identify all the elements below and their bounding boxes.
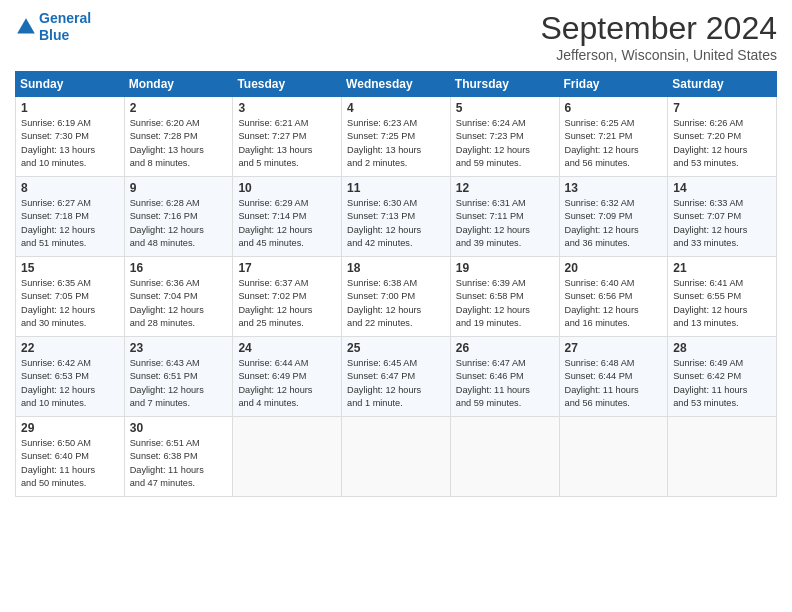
day-info: Sunrise: 6:35 AMSunset: 7:05 PMDaylight:… [21,277,119,330]
day-info: Sunrise: 6:30 AMSunset: 7:13 PMDaylight:… [347,197,445,250]
day-number: 19 [456,261,554,275]
week-row-5: 29Sunrise: 6:50 AMSunset: 6:40 PMDayligh… [16,417,777,497]
calendar-cell: 19Sunrise: 6:39 AMSunset: 6:58 PMDayligh… [450,257,559,337]
calendar-cell: 14Sunrise: 6:33 AMSunset: 7:07 PMDayligh… [668,177,777,257]
day-number: 28 [673,341,771,355]
logo-text: General Blue [39,10,91,44]
day-number: 9 [130,181,228,195]
calendar-cell: 18Sunrise: 6:38 AMSunset: 7:00 PMDayligh… [342,257,451,337]
day-number: 15 [21,261,119,275]
calendar-cell: 30Sunrise: 6:51 AMSunset: 6:38 PMDayligh… [124,417,233,497]
day-number: 12 [456,181,554,195]
calendar-cell: 2Sunrise: 6:20 AMSunset: 7:28 PMDaylight… [124,97,233,177]
day-number: 13 [565,181,663,195]
day-info: Sunrise: 6:42 AMSunset: 6:53 PMDaylight:… [21,357,119,410]
day-info: Sunrise: 6:43 AMSunset: 6:51 PMDaylight:… [130,357,228,410]
day-number: 1 [21,101,119,115]
day-info: Sunrise: 6:48 AMSunset: 6:44 PMDaylight:… [565,357,663,410]
calendar-cell: 8Sunrise: 6:27 AMSunset: 7:18 PMDaylight… [16,177,125,257]
weekday-header-row: SundayMondayTuesdayWednesdayThursdayFrid… [16,72,777,97]
calendar-cell: 5Sunrise: 6:24 AMSunset: 7:23 PMDaylight… [450,97,559,177]
day-info: Sunrise: 6:29 AMSunset: 7:14 PMDaylight:… [238,197,336,250]
calendar-cell: 16Sunrise: 6:36 AMSunset: 7:04 PMDayligh… [124,257,233,337]
week-row-1: 1Sunrise: 6:19 AMSunset: 7:30 PMDaylight… [16,97,777,177]
day-number: 2 [130,101,228,115]
calendar-cell: 15Sunrise: 6:35 AMSunset: 7:05 PMDayligh… [16,257,125,337]
day-number: 5 [456,101,554,115]
day-number: 16 [130,261,228,275]
calendar-cell: 13Sunrise: 6:32 AMSunset: 7:09 PMDayligh… [559,177,668,257]
day-info: Sunrise: 6:25 AMSunset: 7:21 PMDaylight:… [565,117,663,170]
day-number: 21 [673,261,771,275]
day-number: 14 [673,181,771,195]
day-info: Sunrise: 6:49 AMSunset: 6:42 PMDaylight:… [673,357,771,410]
weekday-header-saturday: Saturday [668,72,777,97]
location: Jefferson, Wisconsin, United States [540,47,777,63]
day-number: 18 [347,261,445,275]
svg-marker-0 [17,18,35,33]
day-number: 6 [565,101,663,115]
day-info: Sunrise: 6:44 AMSunset: 6:49 PMDaylight:… [238,357,336,410]
day-number: 11 [347,181,445,195]
day-info: Sunrise: 6:38 AMSunset: 7:00 PMDaylight:… [347,277,445,330]
calendar-cell [668,417,777,497]
day-info: Sunrise: 6:27 AMSunset: 7:18 PMDaylight:… [21,197,119,250]
calendar-cell: 26Sunrise: 6:47 AMSunset: 6:46 PMDayligh… [450,337,559,417]
weekday-header-friday: Friday [559,72,668,97]
day-info: Sunrise: 6:47 AMSunset: 6:46 PMDaylight:… [456,357,554,410]
weekday-header-tuesday: Tuesday [233,72,342,97]
weekday-header-sunday: Sunday [16,72,125,97]
week-row-4: 22Sunrise: 6:42 AMSunset: 6:53 PMDayligh… [16,337,777,417]
calendar-cell: 6Sunrise: 6:25 AMSunset: 7:21 PMDaylight… [559,97,668,177]
calendar-cell: 20Sunrise: 6:40 AMSunset: 6:56 PMDayligh… [559,257,668,337]
day-number: 8 [21,181,119,195]
day-info: Sunrise: 6:23 AMSunset: 7:25 PMDaylight:… [347,117,445,170]
day-number: 24 [238,341,336,355]
calendar-cell: 21Sunrise: 6:41 AMSunset: 6:55 PMDayligh… [668,257,777,337]
calendar-cell: 10Sunrise: 6:29 AMSunset: 7:14 PMDayligh… [233,177,342,257]
day-number: 17 [238,261,336,275]
calendar-cell: 7Sunrise: 6:26 AMSunset: 7:20 PMDaylight… [668,97,777,177]
month-title: September 2024 [540,10,777,47]
logo: General Blue [15,10,91,44]
day-number: 23 [130,341,228,355]
day-number: 7 [673,101,771,115]
day-info: Sunrise: 6:31 AMSunset: 7:11 PMDaylight:… [456,197,554,250]
calendar-cell [342,417,451,497]
day-info: Sunrise: 6:28 AMSunset: 7:16 PMDaylight:… [130,197,228,250]
day-info: Sunrise: 6:36 AMSunset: 7:04 PMDaylight:… [130,277,228,330]
day-info: Sunrise: 6:21 AMSunset: 7:27 PMDaylight:… [238,117,336,170]
weekday-header-wednesday: Wednesday [342,72,451,97]
day-info: Sunrise: 6:20 AMSunset: 7:28 PMDaylight:… [130,117,228,170]
calendar: SundayMondayTuesdayWednesdayThursdayFrid… [15,71,777,497]
day-info: Sunrise: 6:19 AMSunset: 7:30 PMDaylight:… [21,117,119,170]
calendar-cell [559,417,668,497]
day-info: Sunrise: 6:26 AMSunset: 7:20 PMDaylight:… [673,117,771,170]
week-row-2: 8Sunrise: 6:27 AMSunset: 7:18 PMDaylight… [16,177,777,257]
calendar-cell: 12Sunrise: 6:31 AMSunset: 7:11 PMDayligh… [450,177,559,257]
calendar-cell: 25Sunrise: 6:45 AMSunset: 6:47 PMDayligh… [342,337,451,417]
calendar-cell: 3Sunrise: 6:21 AMSunset: 7:27 PMDaylight… [233,97,342,177]
day-info: Sunrise: 6:33 AMSunset: 7:07 PMDaylight:… [673,197,771,250]
day-info: Sunrise: 6:50 AMSunset: 6:40 PMDaylight:… [21,437,119,490]
day-number: 3 [238,101,336,115]
calendar-cell: 23Sunrise: 6:43 AMSunset: 6:51 PMDayligh… [124,337,233,417]
day-number: 26 [456,341,554,355]
calendar-cell: 28Sunrise: 6:49 AMSunset: 6:42 PMDayligh… [668,337,777,417]
calendar-cell: 24Sunrise: 6:44 AMSunset: 6:49 PMDayligh… [233,337,342,417]
day-number: 27 [565,341,663,355]
calendar-cell: 11Sunrise: 6:30 AMSunset: 7:13 PMDayligh… [342,177,451,257]
day-number: 30 [130,421,228,435]
day-number: 4 [347,101,445,115]
day-number: 25 [347,341,445,355]
title-area: September 2024 Jefferson, Wisconsin, Uni… [540,10,777,63]
calendar-cell: 17Sunrise: 6:37 AMSunset: 7:02 PMDayligh… [233,257,342,337]
day-number: 20 [565,261,663,275]
header: General Blue September 2024 Jefferson, W… [15,10,777,63]
calendar-cell [450,417,559,497]
day-info: Sunrise: 6:51 AMSunset: 6:38 PMDaylight:… [130,437,228,490]
day-info: Sunrise: 6:41 AMSunset: 6:55 PMDaylight:… [673,277,771,330]
calendar-cell: 9Sunrise: 6:28 AMSunset: 7:16 PMDaylight… [124,177,233,257]
logo-icon [15,16,37,38]
calendar-cell: 29Sunrise: 6:50 AMSunset: 6:40 PMDayligh… [16,417,125,497]
